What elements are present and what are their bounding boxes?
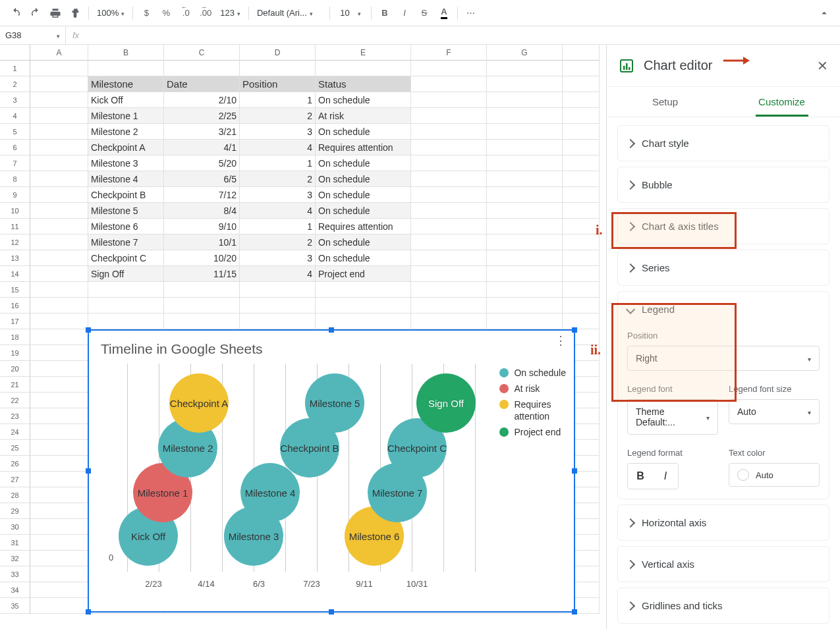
cell[interactable]	[487, 203, 563, 219]
resize-handle[interactable]	[572, 609, 577, 615]
cell[interactable]	[30, 377, 88, 393]
row-header[interactable]: 15	[0, 282, 30, 298]
cell[interactable]: Milestone 1	[88, 108, 164, 124]
cell[interactable]	[563, 92, 600, 108]
cell[interactable]: 6/5	[164, 171, 240, 187]
legend-text-color-select[interactable]: Auto	[729, 463, 820, 487]
cell[interactable]	[30, 140, 88, 155]
cell[interactable]	[30, 76, 88, 92]
cell[interactable]: 3	[240, 124, 316, 140]
chart-bubble[interactable]: Checkpoint A	[169, 373, 229, 433]
column-header[interactable]: B	[88, 45, 164, 61]
cell[interactable]	[411, 92, 487, 108]
cell[interactable]	[30, 282, 88, 298]
cell[interactable]	[487, 187, 563, 203]
cell[interactable]: 7/12	[164, 187, 240, 203]
cell[interactable]	[88, 298, 164, 314]
cell[interactable]	[411, 234, 487, 250]
row-header[interactable]: 19	[0, 345, 30, 361]
row-header[interactable]: 26	[0, 456, 30, 472]
cell[interactable]: On schedule	[316, 155, 411, 171]
cell[interactable]: 4	[240, 266, 316, 282]
cell[interactable]	[563, 234, 600, 250]
cell[interactable]	[411, 298, 487, 314]
resize-handle[interactable]	[329, 327, 334, 333]
cell[interactable]: Sign Off	[88, 266, 164, 282]
cell[interactable]	[411, 76, 487, 92]
decrease-decimal-button[interactable]: .0←	[177, 4, 195, 22]
cell[interactable]: On schedule	[316, 234, 411, 250]
cell[interactable]	[30, 440, 88, 456]
cell[interactable]: Milestone	[88, 76, 164, 92]
cell[interactable]: Requires attention	[316, 219, 411, 234]
collapse-toolbar-button[interactable]	[815, 4, 833, 22]
cell[interactable]	[487, 108, 563, 124]
row-header[interactable]: 17	[0, 314, 30, 329]
cell[interactable]: 2/25	[164, 108, 240, 124]
cell[interactable]: Checkpoint A	[88, 140, 164, 155]
cell[interactable]: On schedule	[316, 92, 411, 108]
section-series[interactable]: Series	[618, 250, 829, 285]
legend-item[interactable]: On schedule	[499, 368, 566, 378]
cell[interactable]	[411, 61, 487, 76]
cell[interactable]	[30, 314, 88, 329]
select-all-cell[interactable]	[0, 45, 30, 61]
redo-button[interactable]	[26, 4, 45, 22]
cell[interactable]: 1	[240, 155, 316, 171]
cell[interactable]	[563, 171, 600, 187]
cell[interactable]	[487, 219, 563, 234]
cell[interactable]: On schedule	[316, 250, 411, 266]
cell[interactable]	[30, 535, 88, 551]
font-size-combo[interactable]: 10	[334, 4, 367, 22]
chart-bubble[interactable]: Milestone 4	[240, 463, 300, 522]
row-header[interactable]: 5	[0, 124, 30, 140]
cell[interactable]: On schedule	[316, 187, 411, 203]
bold-button[interactable]: B	[376, 4, 394, 22]
legend-font-select[interactable]: Theme Default:...	[627, 399, 718, 435]
chart-legend[interactable]: On scheduleAt riskRequiresattentionProje…	[499, 368, 566, 443]
row-header[interactable]: 33	[0, 566, 30, 582]
cell[interactable]	[88, 282, 164, 298]
row-header[interactable]: 27	[0, 472, 30, 487]
cell[interactable]	[411, 282, 487, 298]
cell[interactable]: 1	[240, 92, 316, 108]
cell[interactable]	[164, 282, 240, 298]
cell[interactable]	[316, 61, 411, 76]
cell[interactable]	[487, 61, 563, 76]
resize-handle[interactable]	[572, 468, 577, 474]
chart-menu-button[interactable]: ⋮	[555, 339, 566, 342]
cell[interactable]: 9/10	[164, 219, 240, 234]
column-header[interactable]: A	[30, 45, 88, 61]
cell[interactable]	[563, 298, 600, 314]
cell[interactable]	[563, 282, 600, 298]
cell[interactable]: Position	[240, 76, 316, 92]
cell[interactable]	[411, 203, 487, 219]
currency-button[interactable]: $	[137, 4, 155, 22]
row-header[interactable]: 4	[0, 108, 30, 124]
zoom-combo[interactable]: 100%	[93, 4, 128, 22]
cell[interactable]	[487, 124, 563, 140]
row-header[interactable]: 14	[0, 266, 30, 282]
cell[interactable]: On schedule	[316, 171, 411, 187]
cell[interactable]: On schedule	[316, 203, 411, 219]
cell[interactable]	[30, 582, 88, 598]
column-header[interactable]	[563, 45, 600, 61]
legend-font-size-select[interactable]: Auto	[729, 399, 820, 424]
cell[interactable]	[411, 140, 487, 155]
cell[interactable]	[411, 124, 487, 140]
cell[interactable]	[30, 345, 88, 361]
cell[interactable]	[30, 266, 88, 282]
cell[interactable]	[30, 124, 88, 140]
cell[interactable]: 4/1	[164, 140, 240, 155]
cell[interactable]: 3	[240, 250, 316, 266]
section-chart-style[interactable]: Chart style	[618, 126, 829, 161]
cell[interactable]	[164, 61, 240, 76]
cell[interactable]: 3	[240, 187, 316, 203]
cell[interactable]	[30, 408, 88, 424]
cell[interactable]	[411, 155, 487, 171]
cell[interactable]	[30, 551, 88, 566]
cell[interactable]: Milestone 2	[88, 124, 164, 140]
cell[interactable]	[240, 314, 316, 329]
spreadsheet-grid[interactable]: ABCDEFG 12345678910111213141516171819202…	[0, 45, 606, 629]
column-header[interactable]: F	[411, 45, 487, 61]
